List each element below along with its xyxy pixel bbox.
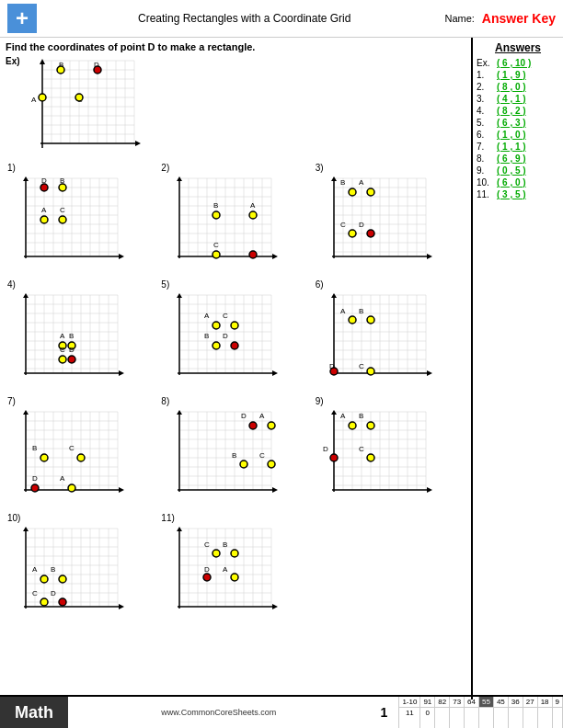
svg-point-56: [59, 216, 66, 223]
footer: Math www.CommonCoreSheets.com 1 1-101191…: [0, 695, 563, 728]
stat-column: 36: [509, 697, 523, 728]
stat-bot: [509, 708, 523, 710]
svg-marker-207: [427, 370, 432, 376]
svg-text:B: B: [359, 307, 363, 315]
answer-item: 9.( 0 , 5 ): [477, 165, 559, 176]
svg-marker-335: [119, 604, 124, 609]
svg-text:C: C: [60, 346, 65, 354]
stat-bot: [465, 708, 478, 710]
svg-marker-24: [135, 141, 141, 146]
svg-point-50: [40, 184, 48, 191]
answer-value: ( 6 , 10 ): [497, 58, 531, 68]
svg-marker-142: [23, 293, 29, 298]
stat-bot: [450, 708, 464, 710]
svg-point-86: [213, 251, 220, 258]
svg-text:A: A: [340, 412, 346, 420]
problem-8: 8): [159, 394, 311, 507]
answer-item: 11.( 3 , 5 ): [477, 189, 559, 199]
svg-marker-79: [177, 176, 182, 181]
stats-table: 1-101191082736455453627189: [398, 697, 563, 728]
svg-point-87: [249, 251, 257, 258]
problems-area: Find the coordinates of point D to make …: [0, 38, 471, 700]
svg-point-82: [213, 211, 220, 219]
stat-top: 9: [553, 697, 562, 708]
problem-2: 2): [159, 161, 311, 274]
svg-point-279: [268, 461, 275, 468]
svg-text:C: C: [204, 540, 210, 549]
stat-top: 18: [538, 697, 552, 708]
stat-column: 55: [479, 697, 494, 728]
svg-point-209: [349, 316, 356, 324]
answer-value: ( 6 , 3 ): [497, 118, 526, 128]
math-label: Math: [0, 697, 68, 728]
svg-point-245: [31, 484, 39, 492]
answer-key-label: Answer Key: [482, 11, 556, 26]
svg-point-149: [59, 356, 66, 363]
stat-bot: [494, 708, 508, 710]
svg-marker-270: [177, 410, 182, 415]
page-number: 1: [370, 697, 399, 728]
answer-item: 6.( 1 , 0 ): [477, 130, 559, 140]
name-label: Name:: [444, 13, 474, 24]
example-row: Ex): [6, 56, 465, 157]
svg-text:D: D: [32, 474, 38, 483]
main-content: Find the coordinates of point D to make …: [0, 38, 563, 700]
svg-point-305: [349, 422, 356, 429]
svg-point-115: [367, 188, 374, 196]
stat-top: 64: [465, 697, 478, 708]
svg-marker-366: [177, 527, 182, 531]
svg-marker-302: [331, 410, 337, 415]
svg-point-113: [349, 188, 356, 196]
svg-text:C: C: [60, 206, 65, 214]
svg-text:B: B: [51, 565, 55, 574]
instructions: Find the coordinates of point D to make …: [6, 41, 465, 52]
svg-text:C: C: [259, 451, 265, 460]
svg-point-181: [213, 342, 220, 349]
svg-point-375: [231, 574, 238, 581]
svg-point-277: [240, 461, 247, 468]
svg-point-211: [367, 316, 374, 324]
svg-point-247: [68, 484, 75, 492]
answer-label: 9.: [477, 165, 497, 176]
grid-6: A B D C: [316, 290, 449, 387]
stat-bot: [479, 708, 493, 710]
stat-top: 55: [479, 697, 493, 708]
svg-text:B: B: [232, 451, 236, 460]
svg-point-117: [349, 230, 356, 237]
stat-bot: [435, 708, 449, 710]
svg-marker-174: [177, 293, 182, 298]
point-c-dot: [75, 94, 83, 101]
svg-point-177: [213, 322, 220, 329]
svg-text:C: C: [223, 312, 228, 320]
answer-item: 5.( 6 , 3 ): [477, 118, 559, 128]
svg-text:A: A: [41, 206, 47, 214]
svg-text:C: C: [340, 221, 346, 229]
problem-3: 3): [314, 161, 465, 274]
svg-text:A: A: [259, 412, 265, 420]
grid-8: D A B C: [161, 407, 294, 504]
answer-value: ( 1 , 1 ): [497, 142, 526, 152]
svg-marker-48: [119, 254, 124, 259]
answer-item: 10.( 6 , 0 ): [477, 177, 559, 188]
svg-point-343: [59, 598, 66, 606]
answers-list: Ex.( 6 , 10 )1.( 1 , 9 )2.( 8 , 0 )3.( 4…: [477, 58, 559, 199]
svg-marker-110: [331, 176, 337, 181]
stat-column: 9: [553, 697, 563, 728]
svg-point-151: [68, 356, 75, 363]
svg-text:D: D: [323, 445, 328, 453]
stat-top: 27: [523, 697, 537, 708]
svg-text:B: B: [340, 178, 345, 187]
answer-value: ( 6 , 0 ): [497, 177, 526, 188]
point-b-dot: [57, 66, 64, 74]
svg-text:B: B: [32, 444, 37, 452]
svg-text:B: B: [69, 332, 74, 340]
svg-text:A: A: [60, 474, 65, 483]
svg-text:A: A: [32, 565, 38, 574]
stat-bot: [523, 708, 537, 710]
svg-text:C: C: [69, 444, 75, 452]
svg-point-183: [231, 342, 238, 349]
grid-11: C B D A: [161, 524, 294, 620]
svg-point-243: [77, 454, 85, 461]
answer-item: 4.( 8 , 2 ): [477, 106, 559, 116]
problem-11: 11): [159, 511, 311, 624]
